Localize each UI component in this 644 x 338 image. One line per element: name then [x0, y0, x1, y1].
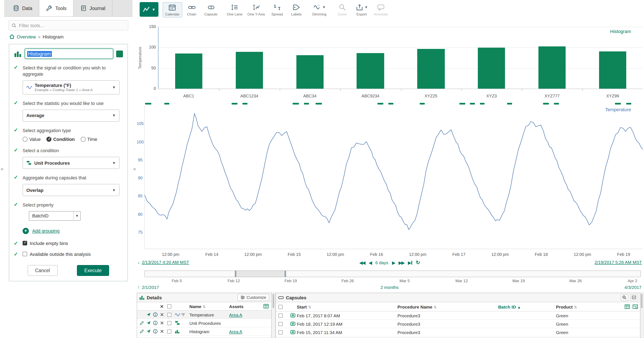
capsule-marker[interactable] [626, 103, 631, 104]
histogram-plot-area[interactable]: ABC1ABC1234ABC34ABC9234XYZ25XYZ3XYZ777XY… [158, 27, 643, 89]
row-checkbox[interactable] [167, 312, 172, 317]
capsule-checkbox[interactable] [278, 330, 282, 334]
start-column-header[interactable]: Start⇅ [297, 304, 398, 309]
toolbar-dimming-button[interactable]: ▼ Dimming [310, 2, 329, 18]
histogram-bar[interactable] [538, 46, 566, 89]
capsule-marker[interactable] [554, 103, 559, 104]
send-to-trend-icon[interactable] [145, 329, 152, 334]
details-row[interactable]: Unit Procedures [137, 319, 271, 327]
breadcrumb-overview[interactable]: Overview [17, 34, 36, 39]
capsule-marker[interactable] [164, 103, 169, 104]
toolbar-labels-button[interactable]: Labels [287, 2, 306, 18]
assets-column-header[interactable]: Assets [229, 304, 262, 309]
histogram-bar[interactable] [357, 53, 384, 89]
details-row[interactable]: °FTemperatureArea A [137, 310, 271, 319]
toolbar-calendar-button[interactable]: Calendar [162, 2, 182, 18]
info-icon[interactable] [152, 321, 158, 325]
edit-icon[interactable] [138, 329, 145, 334]
capsule-checkbox[interactable] [278, 313, 282, 318]
temperature-signal-line[interactable] [145, 114, 643, 230]
range-selection-window[interactable] [235, 270, 286, 277]
histogram-bar[interactable] [236, 52, 263, 89]
capsule-marker[interactable] [480, 103, 485, 104]
capsule-marker[interactable] [145, 103, 151, 104]
capsule-marker[interactable] [232, 103, 238, 104]
select-all-capsules-checkbox[interactable] [278, 304, 282, 309]
batch-id-column-header[interactable]: Batch ID▲ [498, 304, 556, 309]
capsule-marker[interactable] [316, 103, 322, 104]
radio-time[interactable]: Time [80, 137, 97, 142]
send-to-trend-icon[interactable] [145, 321, 152, 325]
radio-condition[interactable]: Condition [46, 137, 75, 142]
info-icon[interactable] [152, 329, 158, 334]
sort-icon[interactable]: ⇅ [308, 305, 311, 309]
procedure-name-column-header[interactable]: Procedure Name⇅ [398, 304, 498, 309]
collapse-sidebar-icon[interactable]: « [133, 166, 136, 172]
sort-icon[interactable]: ⇅ [434, 305, 437, 309]
tab-data[interactable]: Data [6, 0, 40, 16]
capsule-row[interactable]: Feb 15, 2017 11:43 PMProcedure3Green [276, 336, 640, 338]
capsule-marker[interactable] [470, 103, 475, 104]
sort-icon[interactable]: ⇅ [574, 305, 577, 309]
histogram-bar[interactable] [599, 52, 626, 89]
add-grouping-link[interactable]: Add grouping [32, 228, 60, 234]
capsule-marker[interactable] [378, 103, 384, 104]
add-column-icon[interactable] [625, 304, 630, 309]
signal-dropdown[interactable]: Temperature (°F) Example » Cooling Tower… [22, 80, 120, 94]
tab-journal[interactable]: Journal [74, 0, 112, 16]
add-column-icon[interactable] [263, 304, 268, 309]
customize-button[interactable]: Customize [238, 294, 270, 301]
trend-plot-area[interactable] [144, 106, 643, 249]
capsule-row[interactable]: Feb 15, 2017 11:34 AMProcedure3Green [276, 328, 640, 336]
capsule-marker[interactable] [388, 103, 394, 104]
histogram-bar[interactable] [175, 54, 202, 89]
capsules-zoom-button[interactable] [620, 294, 628, 301]
info-icon[interactable] [152, 312, 158, 317]
column-settings-icon[interactable] [633, 304, 638, 309]
execute-button[interactable]: Execute [77, 265, 109, 276]
toolbar-spread-button[interactable]: Spread [268, 2, 287, 18]
capsule-marker[interactable] [304, 103, 309, 104]
available-outside-checkbox[interactable] [22, 252, 27, 256]
capsule-marker[interactable] [507, 103, 512, 104]
view-selector-button[interactable]: ▼ [140, 2, 158, 17]
row-checkbox[interactable] [167, 329, 172, 334]
item-name[interactable]: Unit Procedures [189, 320, 229, 326]
select-all-checkbox[interactable] [167, 304, 172, 308]
investigate-range-duration[interactable]: 2 months [380, 285, 398, 290]
step-forward-fast-icon[interactable]: ▶▶ [398, 260, 404, 265]
toolbar-chain-button[interactable]: Chain [182, 2, 201, 18]
refresh-icon[interactable]: ↻ [416, 260, 420, 266]
capsule-marker[interactable] [615, 103, 621, 104]
statistic-dropdown[interactable]: Average ▼ [22, 109, 120, 122]
investigate-range-end[interactable]: 4/3/2017 [624, 285, 642, 290]
toolbar-one-lane-button[interactable]: One Lane [224, 2, 245, 18]
capsules-collapse-button[interactable] [630, 294, 638, 301]
filter-tools-input[interactable] [19, 23, 125, 28]
investigate-range-slider[interactable] [144, 270, 641, 277]
step-to-end-icon[interactable]: ▶ [408, 260, 412, 265]
remove-icon[interactable] [158, 313, 165, 316]
send-to-trend-icon[interactable] [145, 312, 152, 317]
capsules-scrollbar[interactable] [640, 293, 644, 338]
step-back-icon[interactable]: ◀ [369, 260, 372, 265]
cancel-button[interactable]: Cancel [28, 265, 58, 276]
asset-link[interactable]: Area A [229, 312, 242, 317]
tab-tools[interactable]: Tools [40, 0, 74, 16]
histogram-bar[interactable] [418, 49, 444, 89]
color-swatch-button[interactable] [116, 50, 123, 57]
collapse-left-icon[interactable]: « [1, 166, 3, 172]
capsule-marker[interactable] [293, 103, 299, 104]
capsule-marker[interactable] [420, 103, 425, 104]
remove-icon[interactable] [158, 330, 165, 333]
display-range-duration[interactable]: 6 days [376, 260, 388, 265]
details-row[interactable]: HistogramArea A [137, 327, 271, 336]
capsule-row[interactable]: Feb 17, 2017 8:07 AMProcedure3Green [276, 312, 640, 320]
step-forward-icon[interactable]: ▶ [392, 260, 395, 265]
home-icon[interactable] [9, 34, 15, 39]
overlap-dropdown[interactable]: Overlap ▼ [22, 184, 120, 196]
details-scrollbar[interactable] [272, 293, 276, 338]
toolbar-capsule-button[interactable]: Capsule [201, 2, 220, 18]
name-column-header[interactable]: Name [189, 304, 201, 309]
condition-dropdown[interactable]: Unit Procedures ▼ [22, 157, 120, 169]
